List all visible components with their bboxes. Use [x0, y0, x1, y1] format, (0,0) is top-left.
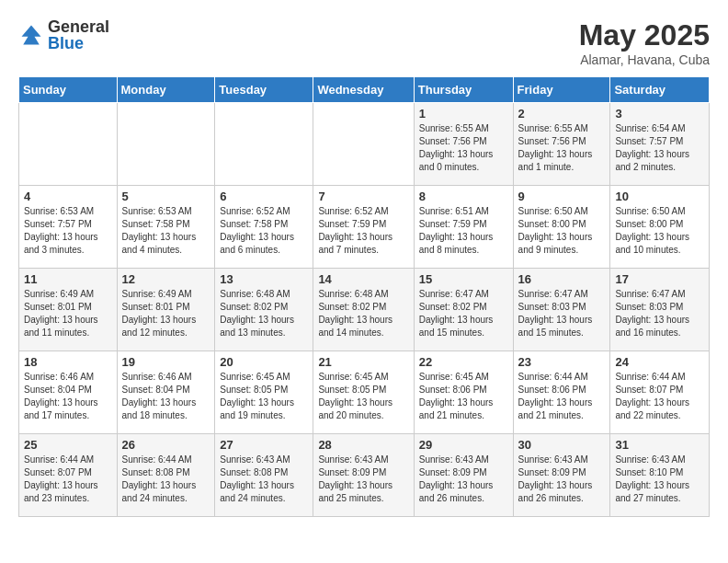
weekday-header-tuesday: Tuesday: [215, 77, 313, 103]
calendar-cell: 5Sunrise: 6:53 AM Sunset: 7:58 PM Daylig…: [117, 186, 215, 269]
calendar-cell: 11Sunrise: 6:49 AM Sunset: 8:01 PM Dayli…: [19, 269, 118, 351]
day-number: 24: [615, 355, 704, 369]
calendar-week-4: 18Sunrise: 6:46 AM Sunset: 8:04 PM Dayli…: [19, 351, 710, 434]
day-number: 31: [615, 438, 704, 452]
calendar-cell: 23Sunrise: 6:44 AM Sunset: 8:06 PM Dayli…: [513, 351, 610, 434]
day-info: Sunrise: 6:46 AM Sunset: 8:04 PM Dayligh…: [24, 371, 112, 422]
day-info: Sunrise: 6:53 AM Sunset: 7:58 PM Dayligh…: [122, 205, 210, 257]
day-number: 10: [615, 190, 704, 203]
day-info: Sunrise: 6:44 AM Sunset: 8:07 PM Dayligh…: [24, 454, 112, 505]
title-area: May 2025 Alamar, Havana, Cuba: [579, 18, 710, 67]
day-number: 15: [419, 272, 508, 286]
day-info: Sunrise: 6:49 AM Sunset: 8:01 PM Dayligh…: [122, 288, 210, 339]
day-number: 3: [615, 107, 704, 121]
calendar-cell: 28Sunrise: 6:43 AM Sunset: 8:09 PM Dayli…: [313, 434, 414, 517]
calendar-week-1: 1Sunrise: 6:55 AM Sunset: 7:56 PM Daylig…: [19, 103, 710, 186]
weekday-header-thursday: Thursday: [414, 77, 513, 103]
calendar-cell: 17Sunrise: 6:47 AM Sunset: 8:03 PM Dayli…: [610, 269, 710, 351]
calendar-cell: 12Sunrise: 6:49 AM Sunset: 8:01 PM Dayli…: [117, 269, 215, 351]
day-info: Sunrise: 6:47 AM Sunset: 8:02 PM Dayligh…: [419, 288, 508, 339]
calendar-cell: 30Sunrise: 6:43 AM Sunset: 8:09 PM Dayli…: [513, 434, 610, 517]
day-info: Sunrise: 6:52 AM Sunset: 7:59 PM Dayligh…: [318, 205, 408, 257]
day-number: 25: [24, 438, 112, 452]
weekday-header-wednesday: Wednesday: [313, 77, 414, 103]
calendar-cell: 4Sunrise: 6:53 AM Sunset: 7:57 PM Daylig…: [19, 186, 118, 269]
day-info: Sunrise: 6:45 AM Sunset: 8:05 PM Dayligh…: [318, 371, 408, 422]
calendar-cell: [313, 103, 414, 186]
day-number: 5: [122, 190, 210, 203]
day-number: 17: [615, 272, 704, 286]
day-info: Sunrise: 6:43 AM Sunset: 8:09 PM Dayligh…: [518, 454, 606, 505]
day-number: 12: [122, 272, 210, 286]
day-number: 9: [518, 190, 606, 203]
calendar-cell: 13Sunrise: 6:48 AM Sunset: 8:02 PM Dayli…: [215, 269, 313, 351]
calendar-cell: 31Sunrise: 6:43 AM Sunset: 8:10 PM Dayli…: [610, 434, 710, 517]
day-number: 1: [419, 107, 508, 121]
day-info: Sunrise: 6:50 AM Sunset: 8:00 PM Dayligh…: [615, 205, 704, 257]
location: Alamar, Havana, Cuba: [579, 52, 710, 67]
calendar-cell: 22Sunrise: 6:45 AM Sunset: 8:06 PM Dayli…: [414, 351, 513, 434]
day-number: 13: [220, 272, 308, 286]
weekday-header-row: SundayMondayTuesdayWednesdayThursdayFrid…: [19, 77, 710, 103]
day-info: Sunrise: 6:43 AM Sunset: 8:10 PM Dayligh…: [615, 454, 704, 505]
day-number: 27: [220, 438, 308, 452]
day-number: 26: [122, 438, 210, 452]
weekday-header-saturday: Saturday: [610, 77, 710, 103]
day-info: Sunrise: 6:52 AM Sunset: 7:58 PM Dayligh…: [220, 205, 308, 257]
calendar-cell: [117, 103, 215, 186]
calendar-cell: 14Sunrise: 6:48 AM Sunset: 8:02 PM Dayli…: [313, 269, 414, 351]
day-info: Sunrise: 6:44 AM Sunset: 8:06 PM Dayligh…: [518, 371, 606, 422]
calendar-cell: 19Sunrise: 6:46 AM Sunset: 8:04 PM Dayli…: [117, 351, 215, 434]
day-info: Sunrise: 6:54 AM Sunset: 7:57 PM Dayligh…: [615, 122, 704, 174]
month-title: May 2025: [579, 18, 710, 52]
day-number: 30: [518, 438, 606, 452]
day-info: Sunrise: 6:44 AM Sunset: 8:07 PM Dayligh…: [615, 371, 704, 422]
weekday-header-monday: Monday: [117, 77, 215, 103]
day-number: 21: [318, 355, 408, 369]
logo-text: General Blue: [48, 18, 109, 52]
svg-marker-0: [22, 26, 41, 45]
day-number: 29: [419, 438, 508, 452]
logo-general: General: [48, 18, 109, 35]
day-info: Sunrise: 6:47 AM Sunset: 8:03 PM Dayligh…: [615, 288, 704, 339]
day-number: 23: [518, 355, 606, 369]
day-info: Sunrise: 6:55 AM Sunset: 7:56 PM Dayligh…: [419, 122, 508, 174]
calendar-cell: 21Sunrise: 6:45 AM Sunset: 8:05 PM Dayli…: [313, 351, 414, 434]
weekday-header-sunday: Sunday: [19, 77, 118, 103]
day-number: 19: [122, 355, 210, 369]
calendar-cell: [215, 103, 313, 186]
calendar-cell: 27Sunrise: 6:43 AM Sunset: 8:08 PM Dayli…: [215, 434, 313, 517]
day-info: Sunrise: 6:46 AM Sunset: 8:04 PM Dayligh…: [122, 371, 210, 422]
day-number: 6: [220, 190, 308, 203]
day-number: 20: [220, 355, 308, 369]
calendar-cell: 1Sunrise: 6:55 AM Sunset: 7:56 PM Daylig…: [414, 103, 513, 186]
calendar-cell: 10Sunrise: 6:50 AM Sunset: 8:00 PM Dayli…: [610, 186, 710, 269]
day-info: Sunrise: 6:47 AM Sunset: 8:03 PM Dayligh…: [518, 288, 606, 339]
calendar-cell: 6Sunrise: 6:52 AM Sunset: 7:58 PM Daylig…: [215, 186, 313, 269]
day-info: Sunrise: 6:43 AM Sunset: 8:09 PM Dayligh…: [318, 454, 408, 505]
calendar-cell: 8Sunrise: 6:51 AM Sunset: 7:59 PM Daylig…: [414, 186, 513, 269]
day-info: Sunrise: 6:45 AM Sunset: 8:05 PM Dayligh…: [220, 371, 308, 422]
day-number: 4: [24, 190, 112, 203]
day-info: Sunrise: 6:50 AM Sunset: 8:00 PM Dayligh…: [518, 205, 606, 257]
calendar-week-5: 25Sunrise: 6:44 AM Sunset: 8:07 PM Dayli…: [19, 434, 710, 517]
calendar-cell: 3Sunrise: 6:54 AM Sunset: 7:57 PM Daylig…: [610, 103, 710, 186]
calendar-cell: 29Sunrise: 6:43 AM Sunset: 8:09 PM Dayli…: [414, 434, 513, 517]
calendar-header: SundayMondayTuesdayWednesdayThursdayFrid…: [19, 77, 710, 103]
day-info: Sunrise: 6:48 AM Sunset: 8:02 PM Dayligh…: [318, 288, 408, 339]
calendar-cell: 16Sunrise: 6:47 AM Sunset: 8:03 PM Dayli…: [513, 269, 610, 351]
calendar-week-3: 11Sunrise: 6:49 AM Sunset: 8:01 PM Dayli…: [19, 269, 710, 351]
day-number: 11: [24, 272, 112, 286]
logo-blue: Blue: [48, 35, 109, 52]
day-info: Sunrise: 6:44 AM Sunset: 8:08 PM Dayligh…: [122, 454, 210, 505]
day-info: Sunrise: 6:43 AM Sunset: 8:08 PM Dayligh…: [220, 454, 308, 505]
day-number: 7: [318, 190, 408, 203]
logo: General Blue: [18, 18, 109, 52]
calendar-cell: 2Sunrise: 6:55 AM Sunset: 7:56 PM Daylig…: [513, 103, 610, 186]
calendar-cell: 15Sunrise: 6:47 AM Sunset: 8:02 PM Dayli…: [414, 269, 513, 351]
day-number: 18: [24, 355, 112, 369]
day-info: Sunrise: 6:55 AM Sunset: 7:56 PM Dayligh…: [518, 122, 606, 174]
calendar-cell: 20Sunrise: 6:45 AM Sunset: 8:05 PM Dayli…: [215, 351, 313, 434]
calendar-cell: [19, 103, 118, 186]
day-number: 16: [518, 272, 606, 286]
